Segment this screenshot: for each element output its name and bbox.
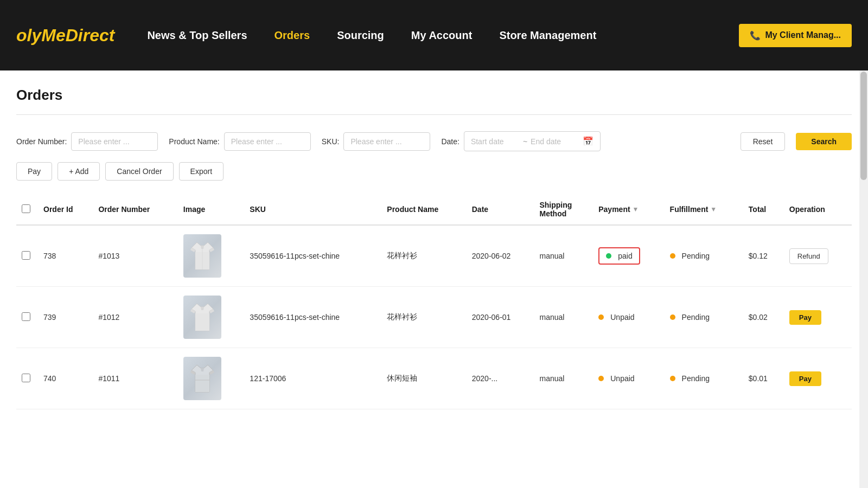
payment-filter-icon: ▼ [633, 206, 639, 213]
cell-order-number: #1013 [93, 225, 177, 287]
sku-label: SKU: [322, 137, 340, 146]
product-image [183, 234, 221, 278]
col-total: Total [743, 194, 784, 225]
export-button[interactable]: Export [179, 162, 224, 181]
col-order-number: Order Number [93, 194, 177, 225]
main-nav: News & Top Sellers Orders Sourcing My Ac… [147, 24, 852, 47]
col-sku: SKU [244, 194, 381, 225]
nav-sourcing[interactable]: Sourcing [337, 29, 384, 42]
cell-order-id: 740 [38, 348, 93, 409]
orders-table-wrapper: Order Id Order Number Image SKU Product … [16, 194, 852, 409]
scrollbar-thumb[interactable] [860, 72, 867, 180]
row-checkbox[interactable] [22, 312, 30, 321]
nav-store-management[interactable]: Store Management [499, 29, 596, 42]
fulfillment-dot [670, 376, 675, 381]
cell-order-number: #1011 [93, 348, 177, 409]
cell-order-id: 738 [38, 225, 93, 287]
row-checkbox-cell[interactable] [16, 225, 38, 287]
cell-product-name: 休闲短袖 [381, 348, 466, 409]
cell-product-name: 花样衬衫 [381, 225, 466, 287]
orders-table: Order Id Order Number Image SKU Product … [16, 194, 852, 409]
client-manager-button[interactable]: 📞 My Client Manag... [739, 24, 852, 47]
fulfillment-label: Pending [682, 374, 710, 383]
col-product-name: Product Name [381, 194, 466, 225]
end-date-input[interactable] [531, 137, 579, 146]
table-row: 740 #1011 [16, 348, 852, 409]
col-payment: Payment ▼ [593, 194, 664, 225]
svg-marker-7 [201, 307, 204, 310]
svg-rect-15 [195, 375, 209, 392]
scrollbar[interactable] [859, 70, 868, 488]
divider [16, 114, 852, 115]
cell-payment: Unpaid [593, 287, 664, 348]
product-name-filter: Product Name: [169, 132, 310, 151]
nav-news-top-sellers[interactable]: News & Top Sellers [147, 29, 247, 42]
refund-button[interactable]: Refund [789, 248, 828, 264]
pay-row-button[interactable]: Pay [789, 310, 821, 325]
filters-row: Order Number: Product Name: SKU: Date: ~… [16, 131, 852, 151]
add-button[interactable]: + Add [58, 162, 100, 181]
table-body: 738 #1013 [16, 225, 852, 409]
col-order-id: Order Id [38, 194, 93, 225]
select-all-header[interactable] [16, 194, 38, 225]
pay-row-button[interactable]: Pay [789, 371, 821, 386]
payment-label: Unpaid [610, 374, 634, 383]
order-number-input[interactable] [71, 132, 158, 151]
shirt-icon [189, 303, 216, 332]
page-title: Orders [16, 87, 852, 104]
cell-operation[interactable]: Pay [784, 287, 852, 348]
date-filter: Date: ~ 📅 [441, 131, 601, 151]
payment-filter[interactable]: Payment ▼ [598, 205, 639, 214]
phone-icon: 📞 [750, 30, 761, 41]
svg-marker-1 [201, 246, 204, 249]
cell-sku: 35059616-11pcs-set-chine [244, 287, 381, 348]
shirt-icon [189, 364, 216, 394]
row-checkbox-cell[interactable] [16, 348, 38, 409]
product-image [183, 357, 221, 400]
payment-dot [598, 376, 604, 381]
calendar-icon[interactable]: 📅 [583, 136, 593, 146]
payment-status-unpaid: Unpaid [598, 374, 634, 383]
start-date-input[interactable] [471, 137, 520, 146]
payment-label: paid [618, 252, 632, 260]
cell-operation[interactable]: Pay [784, 348, 852, 409]
row-checkbox[interactable] [22, 374, 30, 382]
date-range-picker[interactable]: ~ 📅 [464, 131, 601, 151]
cell-order-id: 739 [38, 287, 93, 348]
fulfillment-label: Pending [682, 252, 710, 260]
sku-filter: SKU: [322, 132, 431, 151]
nav-my-account[interactable]: My Account [411, 29, 473, 42]
cell-total: $0.02 [743, 287, 784, 348]
search-button[interactable]: Search [796, 133, 852, 150]
row-checkbox-cell[interactable] [16, 287, 38, 348]
logo: olyMeDirect [16, 25, 114, 46]
sku-input[interactable] [343, 132, 430, 151]
col-date: Date [467, 194, 534, 225]
pay-button[interactable]: Pay [16, 162, 52, 181]
cell-payment: paid [593, 225, 664, 287]
col-image: Image [178, 194, 245, 225]
cell-date: 2020-06-02 [467, 225, 534, 287]
payment-status-paid: paid [598, 247, 640, 265]
cell-image [178, 225, 245, 287]
cell-product-name: 花样衬衫 [381, 287, 466, 348]
nav-orders[interactable]: Orders [275, 29, 310, 42]
date-label: Date: [441, 137, 459, 146]
cell-fulfillment: Pending [665, 348, 743, 409]
table-header-row: Order Id Order Number Image SKU Product … [16, 194, 852, 225]
product-name-label: Product Name: [169, 137, 219, 146]
product-name-input[interactable] [224, 132, 311, 151]
reset-button[interactable]: Reset [741, 132, 786, 151]
product-image [183, 296, 221, 339]
cancel-order-button[interactable]: Cancel Order [105, 162, 173, 181]
row-checkbox[interactable] [22, 251, 30, 260]
cell-operation[interactable]: Refund [784, 225, 852, 287]
cell-shipping-method: manual [534, 287, 593, 348]
fulfillment-label: Pending [682, 313, 710, 322]
table-row: 739 #1012 3505961 [16, 287, 852, 348]
fulfillment-filter[interactable]: Fulfillment ▼ [670, 205, 717, 214]
select-all-checkbox[interactable] [22, 204, 30, 213]
order-number-label: Order Number: [16, 137, 67, 146]
cell-date: 2020-06-01 [467, 287, 534, 348]
cell-image [178, 287, 245, 348]
